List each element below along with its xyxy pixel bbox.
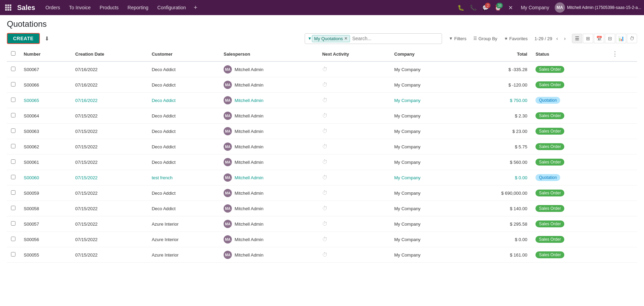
row-activity[interactable]: ⏱ <box>318 124 390 139</box>
activity-clock-icon[interactable]: ⏱ <box>322 128 328 134</box>
row-checkbox[interactable] <box>11 206 15 210</box>
next-page-button[interactable]: › <box>562 35 568 42</box>
col-number[interactable]: Number <box>20 47 71 61</box>
row-activity[interactable]: ⏱ <box>318 201 390 216</box>
row-number[interactable]: S00064 <box>20 108 71 124</box>
activity-icon[interactable]: ⏰ 38 <box>493 3 503 12</box>
list-view-button[interactable]: ☰ <box>572 34 582 43</box>
customer-link[interactable]: test french <box>152 175 173 180</box>
row-checkbox-cell[interactable] <box>7 139 20 155</box>
add-menu-icon[interactable]: + <box>191 3 200 12</box>
col-salesperson[interactable]: Salesperson <box>219 47 318 61</box>
settings-view-button[interactable]: ⏱ <box>627 34 637 43</box>
row-customer[interactable]: Deco Addict <box>148 201 219 216</box>
row-number[interactable]: S00059 <box>20 185 71 201</box>
row-checkbox-cell[interactable] <box>7 124 20 139</box>
row-number[interactable]: S00055 <box>20 247 71 263</box>
col-menu[interactable]: ⋮ <box>608 47 637 61</box>
col-creation-date[interactable]: Creation Date <box>71 47 148 61</box>
row-activity[interactable]: ⏱ <box>318 77 390 93</box>
row-customer[interactable]: test french <box>148 170 219 185</box>
nav-products[interactable]: Products <box>95 3 123 12</box>
graph-view-button[interactable]: 📊 <box>616 34 626 43</box>
phone-icon[interactable]: 📞 <box>468 3 478 12</box>
download-button[interactable]: ⬇ <box>43 33 51 44</box>
row-customer[interactable]: Azure Interior <box>148 216 219 232</box>
col-company[interactable]: Company <box>390 47 461 61</box>
search-input[interactable] <box>350 36 439 41</box>
row-checkbox-cell[interactable] <box>7 216 20 232</box>
row-checkbox-cell[interactable] <box>7 232 20 247</box>
row-activity[interactable]: ⏱ <box>318 61 390 77</box>
row-checkbox-cell[interactable] <box>7 201 20 216</box>
calendar-view-button[interactable]: 📅 <box>594 34 604 43</box>
row-number[interactable]: S00066 <box>20 77 71 93</box>
row-customer[interactable]: Deco Addict <box>148 77 219 93</box>
activity-clock-icon[interactable]: ⏱ <box>322 82 328 88</box>
filters-button[interactable]: ▼ Filters <box>446 35 469 43</box>
row-checkbox[interactable] <box>11 67 15 71</box>
row-activity[interactable]: ⏱ <box>318 93 390 108</box>
row-customer[interactable]: Deco Addict <box>148 61 219 77</box>
row-checkbox-cell[interactable] <box>7 247 20 263</box>
row-checkbox[interactable] <box>11 237 15 241</box>
pivot-view-button[interactable]: ⊟ <box>605 34 615 43</box>
activity-clock-icon[interactable]: ⏱ <box>322 97 328 103</box>
col-status[interactable]: Status <box>531 47 608 61</box>
row-activity[interactable]: ⏱ <box>318 232 390 247</box>
favorites-button[interactable]: ★ Favorites <box>501 35 530 43</box>
row-activity[interactable]: ⏱ <box>318 139 390 155</box>
activity-clock-icon[interactable]: ⏱ <box>322 236 328 242</box>
group-by-button[interactable]: ☰ Group By <box>471 35 500 43</box>
row-checkbox[interactable] <box>11 128 15 133</box>
row-customer[interactable]: Deco Addict <box>148 185 219 201</box>
row-number[interactable]: S00057 <box>20 216 71 232</box>
company-name[interactable]: My Company <box>518 5 552 10</box>
row-checkbox-cell[interactable] <box>7 61 20 77</box>
row-number[interactable]: S00061 <box>20 155 71 170</box>
row-checkbox-cell[interactable] <box>7 185 20 201</box>
activity-clock-icon[interactable]: ⏱ <box>322 174 328 180</box>
row-customer[interactable]: Azure Interior <box>148 232 219 247</box>
nav-to-invoice[interactable]: To Invoice <box>65 3 95 12</box>
row-customer[interactable]: Deco Addict <box>148 155 219 170</box>
row-checkbox[interactable] <box>11 190 15 195</box>
nav-reporting[interactable]: Reporting <box>123 3 152 12</box>
row-checkbox[interactable] <box>11 221 15 226</box>
nav-configuration[interactable]: Configuration <box>153 3 190 12</box>
row-number[interactable]: S00062 <box>20 139 71 155</box>
kanban-view-button[interactable]: ⊞ <box>583 34 593 43</box>
order-number-link[interactable]: S00065 <box>24 98 39 103</box>
bug-icon[interactable]: 🐛 <box>456 3 466 12</box>
create-button[interactable]: CREATE <box>7 33 40 44</box>
row-number[interactable]: S00058 <box>20 201 71 216</box>
activity-clock-icon[interactable]: ⏱ <box>322 205 328 211</box>
search-bar[interactable]: ▼ My Quotations ✕ <box>305 33 442 44</box>
order-number-link[interactable]: S00060 <box>24 175 39 180</box>
row-customer[interactable]: Azure Interior <box>148 247 219 263</box>
filter-tag-remove[interactable]: ✕ <box>344 36 348 41</box>
row-number[interactable]: S00060 <box>20 170 71 185</box>
row-activity[interactable]: ⏱ <box>318 216 390 232</box>
row-number[interactable]: S00063 <box>20 124 71 139</box>
row-checkbox[interactable] <box>11 144 15 148</box>
app-grid-icon[interactable] <box>3 2 14 13</box>
row-checkbox[interactable] <box>11 252 15 257</box>
row-customer[interactable]: Deco Addict <box>148 108 219 124</box>
row-customer[interactable]: Deco Addict <box>148 93 219 108</box>
activity-clock-icon[interactable]: ⏱ <box>322 113 328 118</box>
row-customer[interactable]: Deco Addict <box>148 124 219 139</box>
nav-orders[interactable]: Orders <box>41 3 64 12</box>
activity-clock-icon[interactable]: ⏱ <box>322 66 328 72</box>
activity-clock-icon[interactable]: ⏱ <box>322 221 328 227</box>
row-checkbox[interactable] <box>11 82 15 87</box>
row-number[interactable]: S00056 <box>20 232 71 247</box>
row-activity[interactable]: ⏱ <box>318 247 390 263</box>
activity-clock-icon[interactable]: ⏱ <box>322 159 328 165</box>
row-checkbox-cell[interactable] <box>7 170 20 185</box>
activity-clock-icon[interactable]: ⏱ <box>322 144 328 149</box>
close-icon[interactable]: ✕ <box>506 3 515 12</box>
col-customer[interactable]: Customer <box>148 47 219 61</box>
prev-page-button[interactable]: ‹ <box>554 35 560 42</box>
activity-clock-icon[interactable]: ⏱ <box>322 252 328 258</box>
